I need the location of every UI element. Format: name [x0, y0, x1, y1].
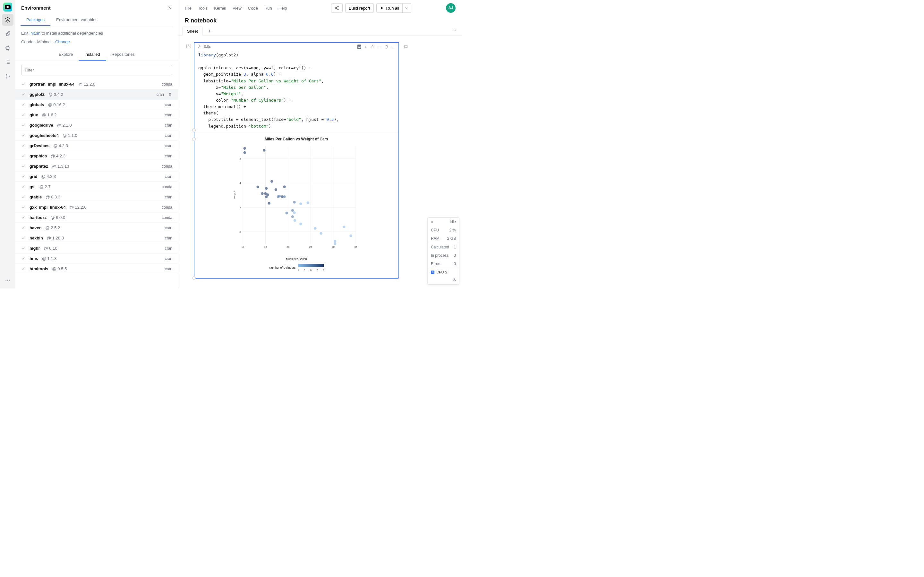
package-version: 3.4.2 — [48, 92, 63, 97]
package-name: globals — [29, 102, 44, 107]
sheet-tab[interactable]: Sheet — [182, 27, 203, 35]
package-row[interactable]: ✓ggplot23.4.2cran — [15, 89, 178, 100]
subtab-repositories[interactable]: Repositories — [106, 49, 141, 61]
svg-point-47 — [349, 234, 352, 237]
package-row[interactable]: ✓gtable0.3.3cran — [15, 192, 178, 202]
menu-tools[interactable]: Tools — [198, 6, 208, 11]
package-name: googledrive — [29, 123, 53, 127]
build-report-button[interactable]: Build report — [345, 3, 373, 13]
svg-text:25: 25 — [309, 245, 312, 248]
filter-input[interactable] — [21, 65, 172, 75]
env-hint: Edit init.sh to install additional depen… — [15, 26, 178, 37]
package-row[interactable]: ✓gsl2.7conda — [15, 182, 178, 192]
conda-change-link[interactable]: Change — [55, 39, 70, 44]
fold-knob-output[interactable] — [192, 137, 196, 141]
package-row[interactable]: ✓googlesheets41.1.0cran — [15, 131, 178, 141]
check-icon: ✓ — [21, 256, 26, 261]
sheets-chevron-icon[interactable] — [451, 27, 458, 35]
svg-point-30 — [299, 222, 302, 225]
svg-point-1 — [6, 280, 6, 280]
run-all-button[interactable]: Run all — [376, 3, 403, 13]
move-cell-icon[interactable] — [370, 44, 375, 50]
svg-point-50 — [265, 195, 268, 198]
package-row[interactable]: ✓globals0.16.2cran — [15, 100, 178, 110]
status-idle: Idle — [428, 218, 459, 226]
package-row[interactable]: ✓glue1.6.2cran — [15, 110, 178, 120]
package-row[interactable]: ✓hexbin1.28.3cran — [15, 233, 178, 243]
package-row[interactable]: ✓gxx_impl_linux-6412.2.0conda — [15, 202, 178, 213]
package-row[interactable]: ✓harfbuzz6.0.0conda — [15, 213, 178, 223]
svg-text:20: 20 — [286, 245, 289, 248]
status-cpu-item[interactable]: SCPU S — [428, 268, 459, 276]
environment-panel: Environment Packages Environment variabl… — [15, 0, 178, 288]
tab-packages[interactable]: Packages — [21, 14, 50, 26]
add-cell-icon[interactable]: + — [363, 44, 368, 50]
add-sheet-icon[interactable]: + — [205, 27, 214, 35]
rail-attachments-icon[interactable] — [2, 28, 13, 40]
package-list[interactable]: ✓gfortran_impl_linux-6412.2.0conda✓ggplo… — [15, 79, 178, 288]
legend-title: Number of Cylinders — [269, 266, 296, 269]
close-icon[interactable] — [166, 5, 173, 11]
share-button[interactable] — [331, 3, 342, 13]
package-version: 6.0.0 — [50, 215, 65, 220]
env-hint-pre: Edit — [21, 31, 29, 35]
fold-knob-code[interactable] — [192, 129, 196, 132]
subtab-installed[interactable]: Installed — [79, 49, 105, 61]
menu-file[interactable]: File — [185, 6, 192, 11]
svg-text:4: 4 — [298, 269, 299, 271]
fold-knob-bottom[interactable] — [192, 276, 196, 280]
rail-compute-icon[interactable] — [2, 42, 13, 54]
run-cell-icon[interactable] — [197, 44, 202, 49]
cell-dropdown-icon[interactable] — [376, 44, 383, 50]
menu-help[interactable]: Help — [278, 6, 287, 11]
sheets-bar: Sheet + — [178, 27, 462, 35]
package-row[interactable]: ✓grDevices4.2.3cran — [15, 141, 178, 151]
package-row[interactable]: ✓gfortran_impl_linux-6412.2.0conda — [15, 79, 178, 89]
package-source: cran — [165, 236, 172, 240]
rail-more-icon[interactable] — [2, 274, 13, 286]
rail-environment-icon[interactable] — [2, 14, 13, 26]
package-source: conda — [162, 164, 172, 169]
subtab-explore[interactable]: Explore — [53, 49, 79, 61]
check-icon: ✓ — [21, 92, 26, 97]
initsh-link[interactable]: init.sh — [29, 31, 40, 35]
package-row[interactable]: ✓graphics4.2.3cran — [15, 151, 178, 161]
package-version: 0.5.5 — [52, 266, 67, 271]
package-name: gsl — [29, 184, 36, 189]
package-source: cran — [165, 195, 172, 199]
package-row[interactable]: ✓highr0.10cran — [15, 243, 178, 253]
menu-run[interactable]: Run — [264, 6, 272, 11]
editor-scroll[interactable]: [5] 0.0s AI + ⋯ library(ggplot2) ggplot(… — [178, 35, 462, 288]
rail-variables-icon[interactable] — [2, 71, 13, 82]
check-icon: ✓ — [21, 133, 26, 138]
package-version: 2.7 — [39, 184, 51, 189]
status-cpu: CPU2 % — [428, 226, 459, 234]
menu-code[interactable]: Code — [248, 6, 258, 11]
ai-icon[interactable]: AI — [357, 45, 361, 49]
code-editor[interactable]: library(ggplot2) ggplot(mtcars, aes(x=mp… — [194, 51, 399, 133]
package-row[interactable]: ✓haven2.5.2cran — [15, 223, 178, 233]
package-name: gxx_impl_linux-64 — [29, 205, 66, 210]
svg-text:6: 6 — [310, 269, 312, 271]
package-row[interactable]: ✓hms1.1.3cran — [15, 253, 178, 264]
delete-cell-icon[interactable] — [384, 44, 389, 50]
delete-package-icon[interactable] — [168, 92, 172, 97]
svg-point-43 — [243, 147, 246, 149]
package-row[interactable]: ✓htmltools0.5.5cran — [15, 264, 178, 274]
svg-point-52 — [283, 185, 286, 188]
app-logo[interactable]: DL — [3, 3, 12, 11]
svg-text:30: 30 — [332, 245, 334, 248]
code-cell[interactable]: 0.0s AI + ⋯ library(ggplot2) ggplot(mtca… — [194, 42, 399, 279]
run-all-dropdown[interactable] — [403, 3, 411, 13]
menu-view[interactable]: View — [233, 6, 242, 11]
avatar[interactable]: AJ — [446, 3, 456, 13]
menu-kernel[interactable]: Kernel — [214, 6, 226, 11]
check-icon: ✓ — [21, 174, 26, 179]
tab-env-vars[interactable]: Environment variables — [50, 14, 103, 26]
package-row[interactable]: ✓grid4.2.3cran — [15, 171, 178, 182]
rail-outline-icon[interactable] — [2, 56, 13, 68]
package-row[interactable]: ✓graphite21.3.13conda — [15, 161, 178, 171]
cell-more-icon[interactable]: ⋯ — [391, 44, 397, 50]
cell-comment-icon[interactable] — [404, 45, 408, 50]
package-row[interactable]: ✓googledrive2.1.0cran — [15, 120, 178, 131]
